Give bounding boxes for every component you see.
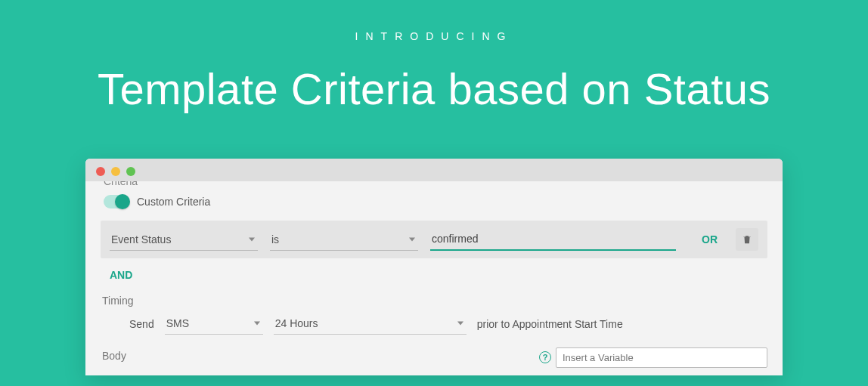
send-offset-value: 24 Hours: [275, 317, 318, 329]
trash-icon: [742, 234, 752, 245]
insert-variable-select[interactable]: Insert a Variable: [556, 347, 767, 368]
body-section-label: Body: [102, 350, 126, 362]
caret-down-icon: [254, 322, 260, 326]
timing-section-label: Timing: [102, 295, 767, 307]
delete-criteria-button[interactable]: [736, 228, 758, 251]
caret-down-icon: [409, 237, 415, 241]
criteria-row: Event Status is confirmed OR: [101, 221, 767, 258]
app-window: Criteria Custom Criteria Event Status is…: [85, 159, 783, 375]
criteria-operator-value: is: [271, 233, 279, 245]
caret-down-icon: [457, 322, 463, 326]
criteria-section-label: Criteria: [104, 181, 767, 189]
add-and-condition[interactable]: AND: [110, 269, 132, 281]
traffic-light-minimize[interactable]: [111, 167, 120, 176]
send-label: Send: [129, 318, 154, 330]
traffic-light-close[interactable]: [96, 167, 105, 176]
custom-criteria-label: Custom Criteria: [137, 196, 210, 208]
criteria-value-text: confirmed: [432, 233, 478, 245]
hero-title: Template Criteria based on Status: [0, 63, 868, 114]
traffic-light-zoom[interactable]: [126, 167, 135, 176]
send-channel-value: SMS: [166, 317, 189, 329]
window-titlebar: [85, 159, 783, 184]
criteria-value-select[interactable]: confirmed: [430, 228, 676, 251]
criteria-operator-select[interactable]: is: [270, 229, 418, 251]
help-icon[interactable]: ?: [539, 351, 551, 363]
send-relative-label: prior to Appointment Start Time: [477, 318, 623, 330]
hero-eyebrow: INTRODUCING: [0, 30, 868, 42]
send-channel-select[interactable]: SMS: [165, 313, 263, 335]
add-or-condition[interactable]: OR: [700, 230, 719, 249]
custom-criteria-toggle[interactable]: [104, 195, 129, 208]
criteria-field-select[interactable]: Event Status: [110, 229, 258, 251]
caret-down-icon: [249, 237, 255, 241]
send-offset-select[interactable]: 24 Hours: [274, 313, 467, 335]
insert-variable-placeholder: Insert a Variable: [563, 352, 634, 363]
criteria-field-value: Event Status: [111, 233, 171, 245]
